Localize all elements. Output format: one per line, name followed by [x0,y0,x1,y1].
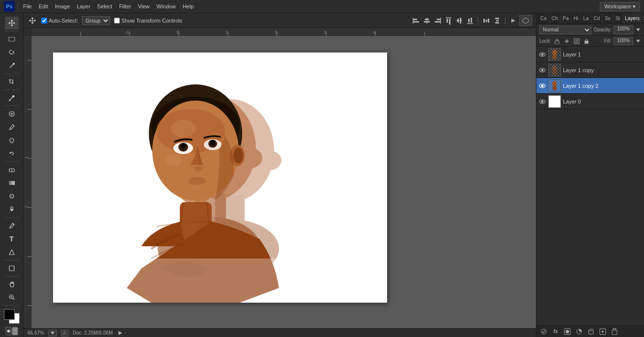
align-right-icon[interactable] [433,16,443,26]
eraser-tool[interactable] [5,163,19,176]
clone-stamp-tool[interactable] [5,134,19,147]
main-layout: T [0,13,644,337]
align-center-h-icon[interactable] [422,16,432,26]
distribute-v-icon[interactable] [492,16,502,26]
file-menu[interactable]: File [21,3,34,9]
blur-tool[interactable] [5,190,19,203]
brush-tool[interactable] [5,121,19,133]
layer-row-layer1copy[interactable]: Layer 1 copy [536,62,644,78]
lock-move-icon[interactable] [563,37,571,45]
auto-select-checkbox[interactable] [41,18,47,24]
lock-pixels-icon[interactable] [553,37,561,45]
status-alert-icon[interactable]: ⚠ [61,330,69,337]
panel-tab-ch[interactable]: Ch [550,13,560,24]
panel-tab-cd[interactable]: Cd [591,13,602,24]
type-tool[interactable]: T [5,233,19,245]
3d-options-icon[interactable] [519,15,532,26]
foreground-color-box[interactable] [4,309,15,320]
move-tool[interactable] [5,17,19,29]
layers-tab-label: Layers [625,16,640,21]
layer1-visibility-icon[interactable] [538,51,546,58]
panel-tab-pa[interactable]: Pa [561,13,571,24]
fill-arrow[interactable] [635,38,641,44]
layer-group-icon[interactable] [587,327,595,336]
right-panel: Ca Ch Pa Hi La Cd Sv St Layers ✕ Normal … [536,13,644,337]
delete-layer-icon[interactable] [610,327,619,336]
layer-adjustment-icon[interactable] [575,327,584,336]
layer1copy-thumbnail [548,64,561,77]
fill-input[interactable]: 100% [614,37,633,45]
panel-tab-sv[interactable]: Sv [603,13,613,24]
select-menu[interactable]: Select [95,3,114,9]
opacity-arrow[interactable] [635,27,641,33]
tool-options-bar: Auto-Select: Group Show Transform Contro… [24,13,536,28]
panel-tab-hi[interactable]: Hi [572,13,581,24]
hand-tool[interactable] [5,278,19,291]
align-bottom-icon[interactable] [465,16,475,26]
shape-tool[interactable] [5,262,19,275]
view-menu[interactable]: View [136,3,152,9]
history-brush-tool[interactable] [5,147,19,160]
layer-row-layer1[interactable]: Layer 1 [536,47,644,62]
ruler-vertical: -1 1 2 [24,36,31,337]
svg-point-91 [210,140,215,146]
quick-mask-btn[interactable] [5,326,19,337]
align-center-v-icon[interactable] [454,16,464,26]
layer1-name: Layer 1 [563,52,642,57]
svg-rect-40 [471,18,472,23]
eyedropper-tool[interactable] [5,92,19,104]
center-area: Auto-Select: Group Show Transform Contro… [24,13,536,337]
layer1copy2-visibility-icon[interactable] [538,82,546,90]
edit-menu[interactable]: Edit [37,3,50,9]
auto-select-label[interactable]: Auto-Select: [41,18,78,24]
window-menu[interactable]: Window [155,3,178,9]
transform-controls-checkbox[interactable] [114,18,120,24]
path-select-tool[interactable] [5,246,19,259]
opacity-input[interactable]: 100% [614,26,633,34]
layer-row-layer0[interactable]: Layer 0 [536,94,644,109]
panel-tab-layers[interactable]: Layers [623,13,642,24]
panel-tab-la[interactable]: La [581,13,591,24]
zoom-tool[interactable] [5,291,19,304]
lock-all-icon[interactable] [583,37,590,45]
layer1copy-visibility-icon[interactable] [538,66,546,74]
crop-tool[interactable] [5,76,19,88]
panel-tab-st[interactable]: St [614,13,622,24]
help-menu[interactable]: Help [181,3,196,9]
magic-wand-tool[interactable] [5,59,19,72]
layer-mask-icon[interactable] [563,327,572,336]
svg-text:4: 4 [373,30,375,35]
layer-row-layer1copy2[interactable]: Layer 1 copy 2 [536,78,644,94]
auto-select-dropdown[interactable]: Group [82,16,110,25]
panel-tab-ca[interactable]: Ca [538,13,549,24]
select-rect-tool[interactable] [5,33,19,46]
status-bar: 66.67% ⚠ Doc: 2.25M/6.06M [24,328,536,337]
heal-brush-tool[interactable] [5,107,19,120]
dodge-tool[interactable] [5,203,19,216]
blend-mode-select[interactable]: Normal [539,26,591,34]
layer-fx-icon[interactable]: fx [551,327,560,336]
svg-rect-46 [496,20,499,21]
align-top-icon[interactable] [444,16,453,26]
transform-controls-label[interactable]: Show Transform Controls [114,18,182,24]
svg-marker-101 [636,28,640,31]
new-layer-icon[interactable] [598,327,607,336]
layer-menu[interactable]: Layer [75,3,92,9]
layer0-visibility-icon[interactable] [538,98,546,105]
zoom-menu-btn[interactable] [48,330,57,337]
lock-artboard-icon[interactable] [573,37,581,45]
gradient-tool[interactable] [5,177,19,189]
doc-info-arrow[interactable] [117,330,124,337]
svg-text:2: 2 [275,30,277,35]
lasso-tool[interactable] [5,46,19,59]
workspace-button[interactable]: Workspace ▾ [600,2,640,11]
pen-tool[interactable] [5,219,19,232]
layers-panel-empty [536,186,644,325]
layer-link-icon[interactable] [539,327,548,336]
svg-rect-30 [437,19,441,20]
align-left-icon[interactable] [411,16,421,26]
filter-menu[interactable]: Filter [117,3,133,9]
distribute-h-icon[interactable] [481,16,491,26]
image-menu[interactable]: Image [53,3,72,9]
extra-options-icon[interactable] [508,16,518,26]
